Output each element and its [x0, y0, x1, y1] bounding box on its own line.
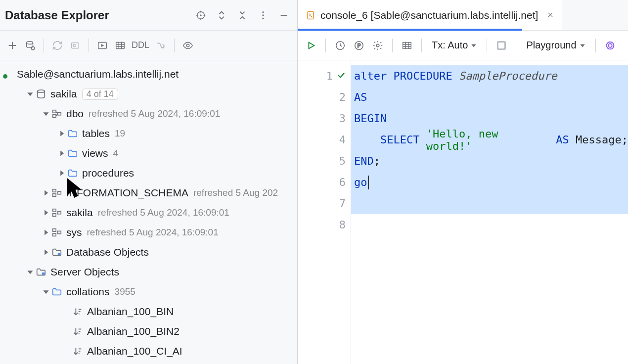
close-icon[interactable]: [547, 9, 554, 21]
chevron-down-icon[interactable]: [41, 286, 51, 297]
add-icon[interactable]: [4, 37, 21, 54]
refresh-icon[interactable]: [49, 37, 66, 54]
history-icon[interactable]: [332, 37, 349, 54]
chevron-right-icon[interactable]: [41, 227, 51, 238]
chevron-right-icon[interactable]: [41, 187, 51, 198]
code-line[interactable]: AS: [351, 87, 628, 108]
db-tree[interactable]: Sable@sanctuarium.labs.intellij.net saki…: [0, 60, 297, 364]
panel-toolbar: DDL: [0, 31, 297, 60]
settings-icon[interactable]: [369, 37, 386, 54]
connection-node[interactable]: Sable@sanctuarium.labs.intellij.net: [0, 64, 297, 84]
expand-collapse-icon[interactable]: [213, 7, 230, 24]
schema-info-node[interactable]: INFORMATION_SCHEMA refreshed 5 Aug 202: [0, 183, 297, 203]
stop-intro-icon[interactable]: [67, 37, 84, 54]
svg-marker-53: [43, 290, 48, 294]
schema-icon: [51, 108, 62, 119]
grid-icon[interactable]: [399, 37, 415, 54]
separator: [595, 39, 596, 52]
collations-node[interactable]: collations 3955: [0, 282, 297, 302]
code-line[interactable]: go: [351, 172, 628, 193]
eye-icon[interactable]: [179, 37, 196, 54]
db-sakila-node[interactable]: sakila 4 of 14: [0, 84, 297, 104]
stop-icon[interactable]: [493, 37, 510, 54]
svg-rect-43: [53, 214, 56, 217]
procedures-node[interactable]: procedures: [0, 163, 297, 183]
db-count-badge: 4 of 14: [82, 89, 118, 100]
table-icon[interactable]: [112, 37, 129, 54]
collation-label: Albanian_100_BIN: [87, 306, 174, 318]
svg-rect-38: [53, 189, 56, 192]
svg-marker-34: [60, 131, 64, 136]
tables-node[interactable]: tables 19: [0, 124, 297, 143]
views-node[interactable]: views 4: [0, 143, 297, 163]
more-icon[interactable]: [255, 7, 271, 24]
schema-sys-node[interactable]: sys refreshed 5 Aug 2024, 16:09:01: [0, 223, 297, 242]
chevron-down-icon[interactable]: [25, 267, 36, 277]
schema-label: sys: [66, 227, 82, 238]
code-editor[interactable]: 1 2 3 4 5 6 7 8 alter PROCEDURE SamplePr…: [298, 60, 628, 364]
code-line[interactable]: [351, 193, 628, 214]
code-line[interactable]: SELECT 'Hello, new world!' AS Message;: [351, 129, 628, 150]
code-line[interactable]: END;: [351, 150, 628, 172]
svg-point-74: [376, 44, 379, 47]
editor-tabbar: console_6 [Sable@sanctuarium.labs.intell…: [298, 0, 628, 31]
collation-item[interactable]: Albanian_100_BIN2: [0, 321, 297, 341]
chevron-right-icon[interactable]: [56, 128, 67, 139]
svg-rect-47: [53, 233, 56, 236]
gutter: 1 2 3 4 5 6 7 8: [298, 60, 351, 364]
folder-icon: [51, 286, 62, 297]
tx-mode-dropdown[interactable]: Tx: Auto: [428, 40, 481, 51]
collation-item[interactable]: Albanian_100_BIN: [0, 302, 297, 321]
code-line[interactable]: [351, 214, 628, 235]
console-icon[interactable]: [94, 37, 111, 54]
ai-assistant-icon[interactable]: [602, 37, 619, 54]
code-line[interactable]: alter PROCEDURE SampleProcedure: [351, 65, 628, 87]
chevron-down-icon[interactable]: [41, 108, 51, 119]
folder-label: Database Objects: [66, 246, 149, 258]
gutter-line: 6: [298, 172, 351, 193]
gutter-line: 8: [298, 214, 351, 235]
gutter-line: 4: [298, 129, 351, 150]
hide-icon[interactable]: [234, 7, 251, 24]
svg-marker-28: [43, 112, 48, 116]
refreshed-label: refreshed 5 Aug 202: [193, 187, 278, 198]
svg-marker-18: [101, 45, 103, 46]
code-area[interactable]: alter PROCEDURE SampleProcedure AS BEGIN…: [351, 60, 628, 364]
text-caret: [368, 176, 369, 189]
svg-rect-19: [116, 42, 125, 48]
svg-marker-81: [580, 44, 585, 47]
folder-label: tables: [82, 128, 110, 139]
chevron-right-icon[interactable]: [41, 247, 51, 258]
session-mode-dropdown[interactable]: Playground: [522, 40, 589, 51]
chevron-right-icon[interactable]: [41, 207, 51, 218]
editor-tab[interactable]: console_6 [Sable@sanctuarium.labs.intell…: [298, 0, 562, 30]
svg-marker-36: [60, 170, 64, 176]
minimize-icon[interactable]: [275, 7, 292, 24]
svg-marker-51: [27, 271, 33, 274]
folder-icon: [67, 148, 78, 159]
gutter-line: 3: [298, 108, 351, 129]
dbobjects-node[interactable]: Database Objects: [0, 242, 297, 262]
svg-point-13: [27, 41, 33, 44]
serverobjects-node[interactable]: Server Objects: [0, 262, 297, 282]
schema-dbo-node[interactable]: dbo refreshed 5 Aug 2024, 16:09:01: [0, 104, 297, 124]
svg-rect-44: [58, 211, 61, 214]
separator: [392, 39, 393, 52]
target-icon[interactable]: [192, 7, 209, 24]
gutter-line: 1: [298, 65, 351, 87]
count-label: 19: [115, 128, 125, 139]
jump-icon[interactable]: [152, 37, 169, 54]
chevron-right-icon[interactable]: [56, 148, 67, 159]
editor-toolbar: P Tx: Auto Playground: [298, 31, 628, 60]
code-line[interactable]: BEGIN: [351, 108, 628, 129]
chevron-right-icon[interactable]: [56, 168, 67, 179]
sort-icon: [72, 326, 83, 337]
ddl-button[interactable]: DDL: [130, 40, 151, 50]
chevron-down-icon[interactable]: [25, 89, 36, 99]
collation-item[interactable]: Albanian_100_CI_AI: [0, 341, 297, 361]
connection-dot-icon: [2, 69, 13, 80]
run-icon[interactable]: [303, 37, 319, 54]
datasource-properties-icon[interactable]: [22, 37, 39, 54]
schema-sakila-node[interactable]: sakila refreshed 5 Aug 2024, 16:09:01: [0, 203, 297, 223]
explain-plan-icon[interactable]: P: [351, 37, 367, 54]
